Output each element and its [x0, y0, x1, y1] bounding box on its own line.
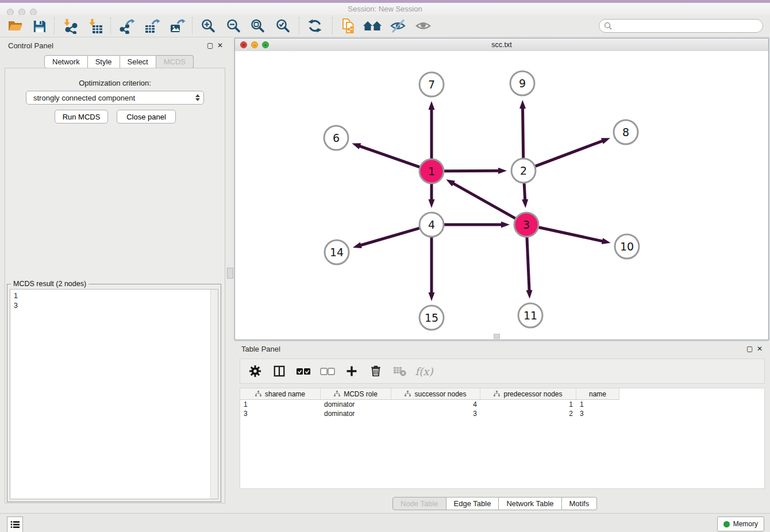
column-header-MCDS-role[interactable]: MCDS role: [321, 388, 391, 400]
export-table-button[interactable]: [140, 16, 163, 36]
export-image-button[interactable]: [165, 16, 188, 36]
status-bar: Memory: [0, 513, 770, 532]
mcds-result-textarea[interactable]: 1 3: [10, 289, 218, 499]
graph-edge-3-11[interactable]: [527, 237, 529, 291]
graph-edge-1-6[interactable]: [359, 146, 421, 167]
show-all-button[interactable]: [411, 16, 434, 36]
graph-edge-arrowhead: [429, 199, 435, 208]
column-header-shared-name[interactable]: shared name: [240, 388, 321, 400]
zoom-fit-button[interactable]: [246, 16, 269, 36]
graph-node-8[interactable]: 8: [614, 120, 638, 144]
tree-icon: [255, 391, 261, 397]
function-builder-button[interactable]: f(x): [416, 363, 432, 379]
tab-select[interactable]: Select: [120, 55, 156, 68]
refresh-view-button[interactable]: [303, 16, 326, 36]
column-header-label: MCDS role: [344, 390, 378, 398]
graph-edge-3-10[interactable]: [538, 227, 603, 241]
graph-edge-2-9[interactable]: [523, 107, 523, 159]
application-window: Session: New Session: [0, 0, 770, 532]
network-zoom-button[interactable]: +: [262, 41, 269, 48]
run-mcds-button[interactable]: Run MCDS: [55, 110, 108, 124]
delete-column-button[interactable]: [368, 363, 384, 379]
panel-splitter-handle[interactable]: [227, 268, 233, 279]
table-panel-close-button[interactable]: ✕: [757, 345, 763, 353]
graph-edge-2-8[interactable]: [535, 141, 603, 167]
memory-button[interactable]: Memory: [717, 516, 764, 531]
control-panel-float-button[interactable]: ▢: [207, 41, 213, 49]
delete-table-button[interactable]: [392, 363, 408, 379]
import-network-button[interactable]: [59, 16, 82, 36]
graph-edge-2-3[interactable]: [524, 183, 525, 201]
network-close-button[interactable]: ✕: [240, 41, 247, 48]
tab-network[interactable]: Network: [44, 55, 88, 68]
graph-node-10[interactable]: 10: [615, 234, 639, 259]
control-panel-close-button[interactable]: ✕: [217, 41, 223, 49]
refresh-icon: [307, 18, 322, 33]
network-minimize-button[interactable]: −: [251, 41, 258, 48]
graph-edge-arrowhead: [602, 238, 611, 244]
graph-edge-arrowhead: [429, 292, 435, 301]
tab-motifs[interactable]: Motifs: [562, 497, 598, 510]
column-header-name[interactable]: name: [576, 388, 619, 400]
table-row[interactable]: 3dominator323: [240, 409, 619, 418]
graph-edge-1-2[interactable]: [444, 171, 499, 171]
close-panel-button[interactable]: Close panel: [117, 110, 176, 124]
memory-label: Memory: [733, 520, 758, 528]
app-title: Session: New Session: [0, 3, 770, 15]
graph-node-15[interactable]: 15: [419, 306, 444, 330]
search-input[interactable]: [612, 21, 758, 30]
graph-node-4[interactable]: 4: [419, 213, 444, 237]
graph-edge-arrowhead: [519, 100, 526, 109]
graph-edge-3-1[interactable]: [453, 183, 516, 219]
clone-network-button[interactable]: [337, 16, 360, 36]
network-canvas[interactable]: 7968124314101511: [235, 51, 768, 340]
column-header-predecessor-nodes[interactable]: predecessor nodes: [480, 388, 576, 400]
graph-node-3[interactable]: 3: [514, 213, 538, 237]
app-titlebar: Session: New Session: [0, 3, 770, 15]
hide-selected-button[interactable]: [386, 16, 409, 36]
graph-node-1[interactable]: 1: [419, 159, 444, 183]
clone-network-icon: [341, 18, 356, 34]
graph-node-7[interactable]: 7: [419, 72, 444, 97]
control-panel-title: Control Panel: [8, 41, 53, 50]
result-scrollbar[interactable]: [210, 290, 218, 499]
save-floppy-icon: [32, 19, 47, 33]
table-options-button[interactable]: [247, 363, 263, 379]
select-all-rows-button[interactable]: [295, 363, 311, 379]
graph-node-9[interactable]: 9: [510, 71, 534, 95]
graph-edge-4-14[interactable]: [360, 228, 420, 245]
deselect-all-rows-button[interactable]: [319, 363, 336, 379]
task-history-button[interactable]: [7, 516, 23, 532]
zoom-selected-button[interactable]: [271, 16, 294, 36]
zoom-out-button[interactable]: [222, 16, 245, 36]
column-header-label: predecessor nodes: [503, 390, 562, 398]
node-table[interactable]: shared nameMCDS rolesuccessor nodesprede…: [240, 388, 765, 489]
tab-node-table[interactable]: Node Table: [392, 497, 446, 510]
graph-node-2[interactable]: 2: [511, 159, 536, 183]
import-table-button[interactable]: [84, 16, 107, 36]
network-resize-grip[interactable]: [494, 334, 500, 339]
plus-icon: [345, 365, 358, 377]
column-header-successor-nodes[interactable]: successor nodes: [391, 388, 480, 400]
save-session-button[interactable]: [28, 16, 51, 36]
graph-node-14[interactable]: 14: [325, 240, 349, 264]
fx-icon: f(x): [415, 365, 433, 377]
graph-edge-arrowhead: [522, 199, 528, 208]
open-file-button[interactable]: [3, 16, 26, 36]
tab-style[interactable]: Style: [88, 55, 120, 68]
table-row[interactable]: 1dominator411: [240, 400, 619, 409]
criterion-select[interactable]: strongly connected component: [26, 91, 204, 105]
zoom-in-button[interactable]: [197, 16, 220, 36]
add-column-button[interactable]: [344, 363, 360, 379]
show-column-button[interactable]: [271, 363, 287, 379]
graph-node-11[interactable]: 11: [518, 303, 542, 327]
search-field[interactable]: [599, 19, 763, 33]
tab-mcds[interactable]: MCDS: [156, 55, 194, 68]
tab-edge-table[interactable]: Edge Table: [446, 497, 499, 510]
table-panel-float-button[interactable]: ▢: [746, 345, 753, 353]
tab-network-table[interactable]: Network Table: [499, 497, 561, 510]
first-neighbors-button[interactable]: [361, 16, 384, 36]
export-network-button[interactable]: [115, 16, 138, 36]
table-cell: 3: [576, 409, 619, 418]
graph-node-6[interactable]: 6: [324, 126, 348, 150]
